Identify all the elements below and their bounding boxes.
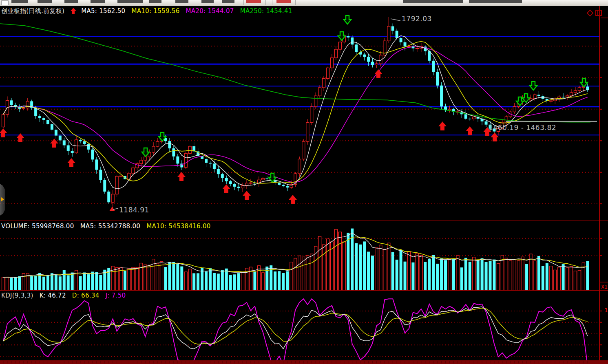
candlesticks [2, 17, 589, 209]
volume-value: VOLUME: 55998768.00 [1, 223, 74, 230]
buy-arrow-icon [222, 184, 230, 193]
kdj-axis-partial-label: 1 [604, 307, 608, 313]
expand-arrow-icon [1, 197, 4, 201]
volume-ma10-value: MA10: 54538416.00 [146, 223, 210, 230]
main-chart-header: 创业板指(日线.前复权) MA5: 1562.50 MA10: 1559.56 … [1, 7, 296, 15]
kdj-d-line [3, 308, 588, 344]
buy-arrow-icon [289, 195, 297, 204]
trend-up-icon [71, 8, 76, 14]
ma20-value: MA20: 1544.07 [186, 7, 234, 15]
kdj-j-line [3, 299, 588, 364]
kdj-k-line [3, 307, 588, 349]
volume-gridlines [0, 238, 599, 256]
buy-arrow-icon [243, 191, 251, 200]
ma10-value: MA10: 1559.56 [131, 7, 179, 15]
buy-arrow-icon [50, 139, 58, 148]
buy-arrow-icon [0, 128, 7, 137]
price-label-range: 1460.19 - 1463.82 [489, 124, 556, 132]
sell-arrow-icon [530, 82, 537, 90]
price-label-peak: 1792.03 [402, 15, 432, 23]
chart-title: 创业板指(日线.前复权) [1, 7, 64, 15]
kdj-k-value: K: 46.72 [40, 292, 66, 299]
window-icon[interactable] [595, 10, 602, 16]
chart-canvas [0, 0, 608, 364]
sell-arrow-icon [580, 78, 588, 87]
buy-arrow-icon [67, 158, 75, 167]
window-deco-icons [588, 9, 602, 15]
bottom-status-bar [0, 360, 608, 364]
buy-arrow-icon [491, 132, 499, 141]
kdj-params: KDJ(9,3,3) [1, 292, 33, 299]
volume-ma5-value: MA5: 55342788.00 [80, 223, 141, 230]
buy-arrow-icon [177, 172, 186, 181]
ma5-value: MA5: 1562.50 [81, 7, 125, 15]
sell-arrow-icon [344, 15, 351, 24]
kdj-j-value: J: 7.50 [106, 292, 126, 299]
ma250-value: MA250: 1454.41 [240, 7, 292, 15]
volume-pane-header: VOLUME: 55998768.00 MA5: 55342788.00 MA1… [1, 223, 215, 230]
kdj-pane-header: KDJ(9,3,3) K: 46.72 D: 66.34 J: 7.50 [1, 292, 130, 299]
volume-bars [2, 229, 589, 290]
price-label-low: 1184.91 [119, 206, 149, 214]
buy-arrow-icon [374, 69, 382, 78]
low-marker-icon [109, 207, 115, 211]
volume-scale-label: X1 [601, 284, 608, 290]
axis-frame [0, 6, 608, 364]
kdj-lines [3, 299, 588, 364]
buy-arrow-icon [438, 121, 447, 130]
ma20-line [3, 47, 588, 182]
kdj-d-value: D: 66.34 [72, 292, 99, 299]
trading-app-window: 创业板指(日线.前复权) MA5: 1562.50 MA10: 1559.56 … [0, 0, 608, 364]
ma5-line [3, 35, 588, 189]
ma10-line [3, 42, 588, 183]
buy-arrow-icon [466, 126, 474, 135]
